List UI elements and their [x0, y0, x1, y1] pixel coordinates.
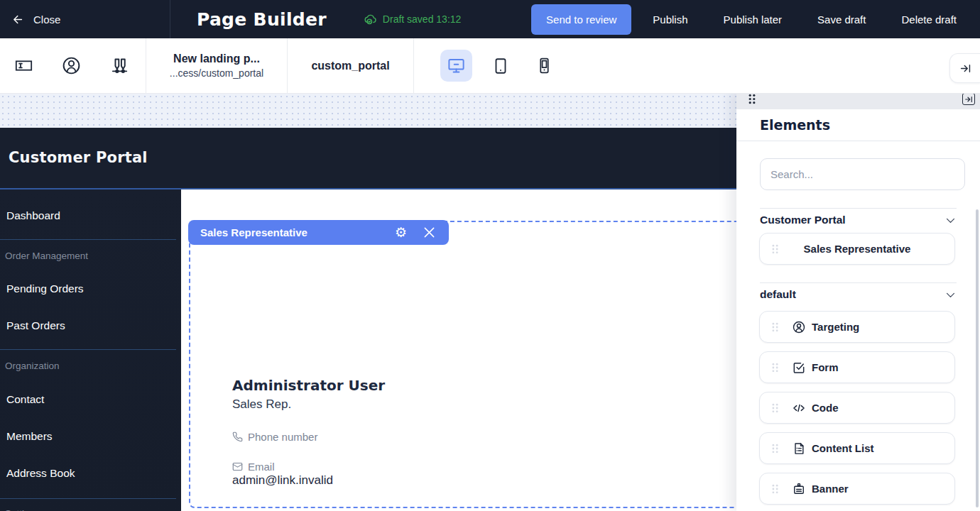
publish-button[interactable]: Publish — [635, 4, 705, 35]
element-label: Banner — [812, 483, 849, 495]
gear-icon: ⚙ — [395, 226, 407, 239]
collapse-right-icon — [964, 95, 973, 104]
page-slug: custom_portal — [311, 60, 389, 72]
targeting-icon — [792, 320, 806, 334]
email-label: Email — [248, 461, 275, 473]
profile-phone-row: Phone number — [232, 431, 317, 443]
element-remove-button[interactable] — [422, 225, 437, 240]
phone-label: Phone number — [248, 431, 317, 443]
envelope-icon — [232, 461, 243, 472]
panel-scrollbar[interactable] — [976, 209, 979, 507]
drag-handle-icon[interactable] — [748, 94, 756, 104]
preview-side-nav: Dashboard Order Management Pending Order… — [0, 189, 181, 511]
elements-panel: Elements Customer Portal Sales Represent… — [736, 89, 980, 511]
builder-toolbar: New landing p... ...cess/custom_portal c… — [0, 38, 980, 94]
element-settings-button[interactable]: ⚙ — [395, 226, 407, 239]
device-preview-toggle — [440, 38, 560, 93]
draft-status-label: Draft saved 13:12 — [383, 13, 462, 25]
arrow-left-icon — [12, 13, 24, 26]
banner-icon — [792, 482, 806, 496]
nav-item-address-book[interactable]: Address Book — [6, 467, 75, 480]
panel-title: Elements — [760, 117, 830, 133]
profile-email-value: admin@link.invalid — [232, 473, 333, 488]
profile-role: Sales Rep. — [232, 397, 291, 412]
device-desktop-button[interactable] — [440, 50, 472, 82]
sliders-vertical-icon — [109, 55, 130, 76]
selected-element-label: Sales Representative — [188, 226, 395, 238]
content-list-icon — [792, 441, 806, 456]
section-header-default[interactable]: default — [760, 288, 957, 301]
element-label: Code — [812, 402, 839, 414]
page-path: ...cess/custom_portal — [170, 67, 263, 79]
desktop-icon — [447, 56, 466, 75]
device-mobile-button[interactable] — [528, 50, 560, 82]
save-draft-button[interactable]: Save draft — [800, 4, 883, 35]
page-name-selector[interactable]: New landing p... ...cess/custom_portal — [146, 38, 287, 93]
delete-draft-button[interactable]: Delete draft — [883, 4, 974, 35]
nav-item-pending-orders[interactable]: Pending Orders — [6, 282, 84, 295]
nav-item-contact[interactable]: Contact — [6, 393, 44, 406]
publish-later-button[interactable]: Publish later — [706, 4, 800, 35]
nav-item-members[interactable]: Members — [6, 430, 53, 443]
nav-item-past-orders[interactable]: Past Orders — [6, 319, 65, 332]
selected-element-chip[interactable]: Sales Representative ⚙ — [188, 220, 449, 245]
top-bar: Close Page Builder Draft saved 13:12 Sen… — [0, 0, 980, 38]
tablet-icon — [491, 57, 510, 75]
drag-handle-icon[interactable] — [771, 322, 779, 332]
element-label: Sales Representative — [760, 243, 954, 255]
nav-group-order-management: Order Management — [5, 251, 88, 261]
mobile-icon — [535, 57, 553, 75]
send-to-review-button[interactable]: Send to review — [531, 4, 631, 35]
profile-email-row: Email — [232, 461, 275, 473]
divider — [760, 282, 957, 283]
section-header-customer-portal[interactable]: Customer Portal — [760, 214, 957, 226]
element-card-content-list[interactable]: Content List — [759, 432, 955, 464]
divider — [760, 208, 957, 209]
user-circle-icon — [61, 55, 82, 76]
phone-icon — [232, 432, 243, 442]
text-field-tool-button[interactable] — [14, 56, 33, 75]
app-title: Page Builder — [197, 9, 327, 30]
collapse-panel-button[interactable] — [949, 53, 980, 83]
form-icon — [792, 361, 806, 375]
collapse-right-icon — [959, 62, 972, 75]
drag-handle-icon[interactable] — [771, 444, 779, 454]
element-card-targeting[interactable]: Targeting — [759, 311, 955, 343]
nav-group-settings: Settings — [5, 508, 40, 511]
code-icon — [792, 401, 806, 415]
nav-divider — [0, 239, 176, 240]
nav-divider — [0, 498, 176, 499]
drag-handle-icon[interactable] — [771, 363, 779, 373]
tool-icon-group — [0, 38, 146, 93]
nav-item-dashboard[interactable]: Dashboard — [6, 209, 60, 222]
section-title: default — [760, 288, 796, 301]
profile-name: Administrator User — [232, 377, 385, 394]
element-card-form[interactable]: Form — [759, 351, 955, 383]
page-slug-selector[interactable]: custom_portal — [287, 38, 414, 93]
audience-tool-button[interactable] — [61, 55, 82, 76]
chevron-down-icon — [944, 214, 957, 226]
close-icon — [422, 225, 437, 240]
page-name: New landing p... — [173, 53, 260, 65]
draft-status: Draft saved 13:12 — [364, 13, 462, 26]
topbar-actions: Send to review Publish Publish later Sav… — [531, 4, 980, 35]
divider — [736, 141, 980, 141]
element-card-code[interactable]: Code — [759, 392, 955, 424]
close-button[interactable]: Close — [0, 0, 170, 38]
element-card-sales-representative[interactable]: Sales Representative — [759, 233, 955, 265]
sliders-tool-button[interactable] — [109, 55, 130, 76]
element-card-banner[interactable]: Banner — [759, 473, 955, 505]
preview-page-title: Customer Portal — [9, 149, 148, 166]
panel-collapse-button[interactable] — [962, 93, 975, 105]
cloud-check-icon — [364, 13, 377, 26]
elements-search-input[interactable] — [760, 158, 965, 190]
device-tablet-button[interactable] — [484, 50, 516, 82]
chip-actions: ⚙ — [395, 225, 449, 240]
drag-handle-icon[interactable] — [771, 484, 779, 494]
element-label: Form — [812, 361, 839, 373]
nav-divider — [0, 349, 176, 350]
drag-handle-icon[interactable] — [771, 403, 779, 413]
text-input-icon — [14, 56, 33, 75]
chevron-down-icon — [944, 289, 957, 301]
element-label: Targeting — [812, 321, 859, 333]
